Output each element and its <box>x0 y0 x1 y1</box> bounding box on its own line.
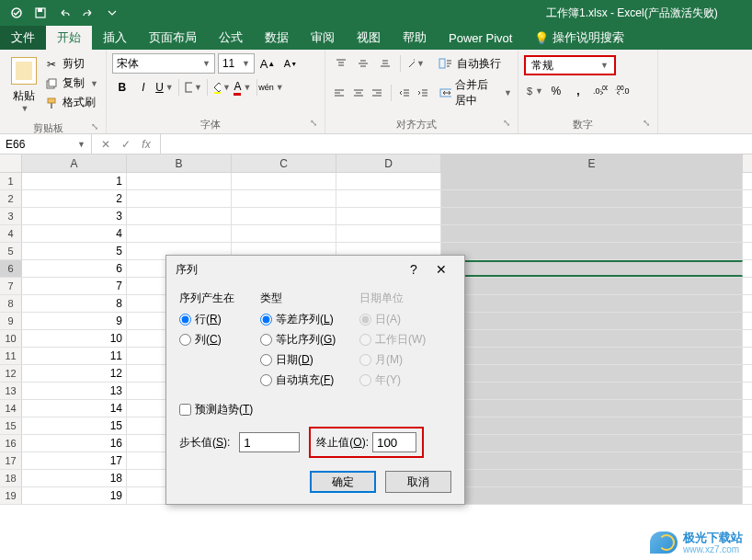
tab-view[interactable]: 视图 <box>346 26 392 50</box>
col-header-e[interactable]: E <box>441 154 743 172</box>
row-header[interactable]: 8 <box>0 295 22 312</box>
name-box[interactable]: E66▼ <box>0 134 92 154</box>
row-header[interactable]: 3 <box>0 208 22 224</box>
tab-power-pivot[interactable]: Power Pivot <box>438 26 523 50</box>
tell-me[interactable]: 💡操作说明搜索 <box>523 26 635 50</box>
accounting-format-button[interactable]: $▼ <box>524 81 544 101</box>
format-painter-button[interactable]: 格式刷 <box>42 94 100 111</box>
increase-font-button[interactable]: A▲ <box>257 53 278 74</box>
row-header[interactable]: 18 <box>0 470 22 486</box>
cell[interactable] <box>441 190 743 207</box>
row-header[interactable]: 2 <box>0 190 22 207</box>
table-row[interactable]: 11 <box>0 173 752 190</box>
cell[interactable] <box>441 173 743 189</box>
cell[interactable]: 8 <box>22 295 127 312</box>
wrap-text-button[interactable]: 自动换行 <box>439 56 501 72</box>
decrease-font-button[interactable]: A▼ <box>280 53 301 74</box>
cell[interactable] <box>232 190 336 207</box>
dialog-close-button[interactable]: ✕ <box>427 262 455 277</box>
cell[interactable]: 10 <box>22 330 127 347</box>
cell[interactable]: 4 <box>22 225 127 242</box>
font-name-select[interactable]: 宋体▼ <box>112 53 215 74</box>
cell[interactable] <box>127 208 232 224</box>
cell[interactable]: 15 <box>22 417 127 434</box>
italic-button[interactable]: I <box>133 77 154 97</box>
tab-review[interactable]: 审阅 <box>300 26 346 50</box>
row-header[interactable]: 7 <box>0 278 22 294</box>
row-header[interactable]: 13 <box>0 383 22 399</box>
cell[interactable] <box>127 173 232 189</box>
cell[interactable]: 2 <box>22 190 127 207</box>
col-header-b[interactable]: B <box>127 154 232 172</box>
bold-button[interactable]: B <box>112 77 132 97</box>
tab-help[interactable]: 帮助 <box>392 26 438 50</box>
radio-linear[interactable]: 等差序列(L) <box>260 312 352 327</box>
row-header[interactable]: 14 <box>0 400 22 417</box>
table-row[interactable]: 22 <box>0 190 752 208</box>
cell[interactable] <box>441 452 743 469</box>
radio-date[interactable]: 日期(D) <box>260 352 352 368</box>
cell[interactable]: 3 <box>22 208 127 224</box>
cell[interactable] <box>441 243 743 259</box>
cell[interactable] <box>127 190 232 207</box>
underline-button[interactable]: U▼ <box>154 77 175 97</box>
font-size-select[interactable]: 11▼ <box>218 53 255 74</box>
radio-rows[interactable]: 行(R) <box>179 312 253 327</box>
cell[interactable] <box>441 383 743 399</box>
radio-growth[interactable]: 等比序列(G) <box>260 332 352 348</box>
tab-formulas[interactable]: 公式 <box>208 26 254 50</box>
increase-decimal-button[interactable]: .0.00 <box>590 81 610 101</box>
qat-customize-icon[interactable] <box>101 3 123 23</box>
dialog-launcher-icon[interactable]: ⤡ <box>91 121 98 131</box>
ok-button[interactable]: 确定 <box>310 471 376 493</box>
cell[interactable]: 5 <box>22 243 127 259</box>
col-header-c[interactable]: C <box>232 154 336 172</box>
cell[interactable] <box>232 208 336 224</box>
cancel-button[interactable]: 取消 <box>385 471 451 493</box>
dialog-titlebar[interactable]: 序列 ? ✕ <box>166 256 464 283</box>
cell[interactable] <box>441 313 743 329</box>
select-all-corner[interactable] <box>0 154 22 172</box>
cell[interactable] <box>441 400 743 417</box>
cell[interactable] <box>441 435 743 451</box>
table-row[interactable]: 44 <box>0 225 752 243</box>
border-button[interactable]: ▼ <box>183 77 203 97</box>
cell[interactable] <box>336 225 441 242</box>
row-header[interactable]: 4 <box>0 225 22 242</box>
cell[interactable] <box>441 417 743 434</box>
redo-icon[interactable] <box>77 3 99 23</box>
cell[interactable]: 9 <box>22 313 127 329</box>
tab-insert[interactable]: 插入 <box>92 26 138 50</box>
align-left-button[interactable] <box>331 83 348 103</box>
cell[interactable]: 11 <box>22 348 127 364</box>
align-center-button[interactable] <box>349 83 367 103</box>
row-header[interactable]: 15 <box>0 417 22 434</box>
cell[interactable]: 18 <box>22 470 127 486</box>
fx-icon[interactable]: fx <box>136 138 156 151</box>
cell[interactable] <box>441 260 743 277</box>
paste-button[interactable]: 粘贴 ▼ <box>6 53 42 120</box>
copy-button[interactable]: 复制▼ <box>42 74 100 92</box>
cell[interactable]: 6 <box>22 260 127 277</box>
row-header[interactable]: 10 <box>0 330 22 347</box>
decrease-indent-button[interactable] <box>395 83 413 103</box>
formula-input[interactable] <box>161 134 752 154</box>
save-icon[interactable] <box>29 3 51 23</box>
tab-data[interactable]: 数据 <box>254 26 300 50</box>
dialog-help-button[interactable]: ? <box>400 262 427 277</box>
cell[interactable]: 7 <box>22 278 127 294</box>
step-value-input[interactable] <box>239 432 300 452</box>
cell[interactable] <box>441 487 743 504</box>
autosave-toggle[interactable] <box>6 3 28 23</box>
trend-checkbox[interactable]: 预测趋势(T) <box>179 402 451 417</box>
tab-file[interactable]: 文件 <box>0 26 46 50</box>
cell[interactable] <box>441 278 743 294</box>
cell[interactable]: 19 <box>22 487 127 504</box>
increase-indent-button[interactable] <box>415 83 432 103</box>
cell[interactable] <box>441 225 743 242</box>
align-bottom-button[interactable] <box>375 53 395 74</box>
row-header[interactable]: 16 <box>0 435 22 451</box>
table-row[interactable]: 33 <box>0 208 752 225</box>
cell[interactable] <box>441 295 743 312</box>
cell[interactable] <box>441 330 743 347</box>
